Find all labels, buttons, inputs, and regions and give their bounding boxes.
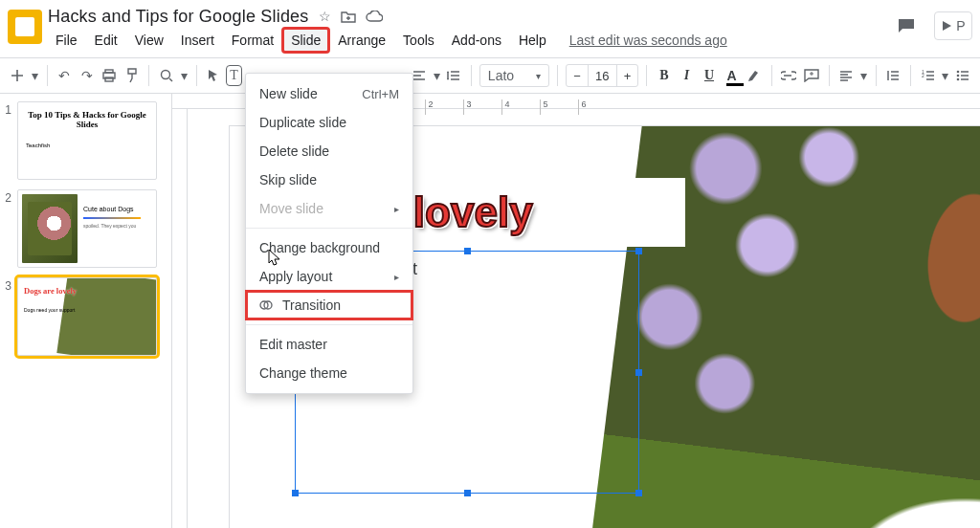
mouse-cursor-icon: [268, 249, 283, 266]
move-to-folder-icon[interactable]: [341, 10, 356, 23]
resize-handle[interactable]: [464, 490, 471, 496]
insert-link-icon[interactable]: [780, 63, 799, 88]
present-label: P: [956, 18, 965, 33]
svg-rect-1: [105, 70, 113, 73]
last-edit-link[interactable]: Last edit was seconds ago: [569, 33, 727, 48]
vertical-ruler: [172, 109, 188, 528]
svg-text:2: 2: [922, 73, 924, 78]
star-icon[interactable]: ☆: [319, 9, 331, 24]
present-button[interactable]: P: [934, 11, 972, 40]
thumbnail-image: [22, 194, 78, 263]
resize-handle[interactable]: [292, 490, 299, 496]
menu-arrange[interactable]: Arrange: [330, 29, 393, 52]
chevron-down-icon[interactable]: ▾: [941, 63, 949, 88]
insert-comment-icon[interactable]: [802, 63, 821, 88]
menu-apply-layout[interactable]: Apply layout▸: [246, 262, 412, 291]
menu-duplicate-slide[interactable]: Duplicate slide: [246, 108, 412, 137]
align-left-icon[interactable]: [836, 63, 856, 88]
menu-edit[interactable]: Edit: [87, 29, 125, 52]
workspace: 1 Top 10 Tips & Hacks for Google Slides …: [0, 94, 980, 528]
italic-button[interactable]: I: [678, 63, 697, 88]
svg-point-6: [957, 71, 960, 74]
zoom-icon[interactable]: [157, 63, 176, 88]
header: Hacks and Tips for Google Slides ☆ File …: [0, 0, 980, 52]
svg-point-3: [161, 71, 169, 79]
chevron-down-icon[interactable]: ▾: [859, 63, 868, 88]
chevron-down-icon: ▾: [536, 71, 541, 81]
print-icon[interactable]: [100, 63, 119, 88]
thumb-number: 3: [4, 277, 11, 293]
menu-insert[interactable]: Insert: [173, 29, 222, 52]
bulleted-list-icon[interactable]: [953, 63, 972, 88]
menu-slide[interactable]: Slide: [283, 29, 328, 52]
menu-tools[interactable]: Tools: [395, 29, 442, 52]
chevron-down-icon[interactable]: ▾: [31, 63, 39, 88]
menu-separator: [246, 228, 412, 229]
font-size-minus[interactable]: −: [567, 65, 589, 86]
slide-menu-dropdown: New slideCtrl+M Duplicate slide Delete s…: [245, 73, 413, 394]
paint-format-icon[interactable]: [122, 63, 142, 88]
menu-view[interactable]: View: [127, 29, 171, 52]
line-spacing-icon[interactable]: [445, 63, 464, 88]
highlight-color-button[interactable]: [745, 63, 764, 88]
undo-icon[interactable]: ↶: [55, 63, 74, 88]
new-slide-button[interactable]: [8, 63, 27, 88]
slide-thumbnail-3[interactable]: Dogs are lovely Dogs need your support: [17, 277, 157, 356]
redo-icon[interactable]: ↷: [78, 63, 97, 88]
menu-transition[interactable]: Transition: [246, 291, 412, 319]
toolbar: ▾ ↶ ↷ ▾ T ▾ Lato ▾ − 16 + B I U A ▾ 12 ▾: [0, 57, 980, 94]
menu-file[interactable]: File: [48, 29, 85, 52]
document-title[interactable]: Hacks and Tips for Google Slides: [48, 7, 309, 27]
menu-addons[interactable]: Add-ons: [444, 29, 509, 52]
filmstrip: 1 Top 10 Tips & Hacks for Google Slides …: [0, 94, 172, 528]
menu-help[interactable]: Help: [511, 29, 554, 52]
menu-move-slide: Move slide▸: [246, 194, 412, 223]
thumb-number: 1: [4, 101, 11, 117]
font-selector[interactable]: Lato ▾: [479, 64, 550, 87]
menu-separator: [246, 324, 412, 325]
menu-change-theme[interactable]: Change theme: [246, 359, 412, 387]
chevron-down-icon[interactable]: ▾: [433, 63, 441, 88]
transition-icon: [259, 298, 273, 312]
bold-button[interactable]: B: [655, 63, 674, 88]
thumb-number: 2: [4, 189, 11, 205]
chevron-down-icon[interactable]: ▾: [180, 63, 189, 88]
slides-logo[interactable]: [8, 10, 42, 44]
font-size-plus[interactable]: +: [617, 65, 638, 86]
select-tool-icon[interactable]: [204, 63, 223, 88]
menu-delete-slide[interactable]: Delete slide: [246, 137, 412, 165]
menu-new-slide[interactable]: New slideCtrl+M: [246, 79, 412, 108]
resize-handle[interactable]: [635, 369, 642, 376]
numbered-list-icon[interactable]: 12: [919, 63, 938, 88]
cloud-status-icon[interactable]: [366, 11, 383, 22]
font-size-stepper[interactable]: − 16 +: [566, 64, 638, 87]
svg-point-8: [957, 78, 960, 81]
menu-format[interactable]: Format: [224, 29, 281, 52]
line-spacing-icon[interactable]: [884, 63, 903, 88]
menu-edit-master[interactable]: Edit master: [246, 330, 412, 359]
slide-thumbnail-2[interactable]: Cute about Dogs spoiled. They expect you: [17, 189, 157, 268]
text-color-button[interactable]: A: [723, 63, 742, 88]
text-box-icon[interactable]: T: [227, 66, 241, 85]
svg-rect-2: [105, 77, 113, 81]
comments-icon[interactable]: [892, 11, 921, 40]
underline-button[interactable]: U: [700, 63, 719, 88]
font-name: Lato: [488, 68, 514, 83]
resize-handle[interactable]: [464, 248, 471, 254]
font-size-value[interactable]: 16: [589, 65, 617, 86]
menu-skip-slide[interactable]: Skip slide: [246, 165, 412, 194]
slide-thumbnail-1[interactable]: Top 10 Tips & Hacks for Google Slides Te…: [17, 101, 157, 180]
menubar: File Edit View Insert Format Slide Arran…: [48, 29, 892, 52]
resize-handle[interactable]: [635, 490, 642, 496]
resize-handle[interactable]: [635, 248, 642, 254]
svg-point-7: [957, 75, 960, 77]
